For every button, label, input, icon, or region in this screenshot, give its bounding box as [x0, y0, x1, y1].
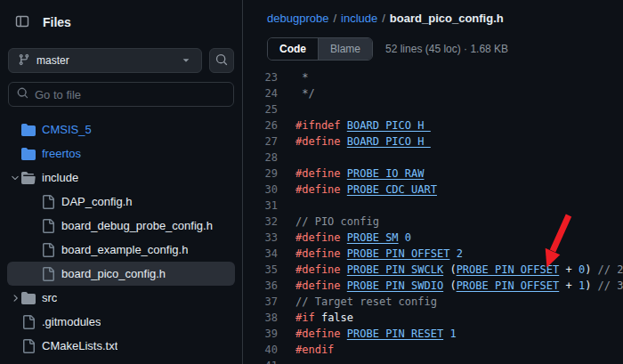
- code-line: 35#define PROBE_PIN_SWCLK (PROBE_PIN_OFF…: [244, 262, 623, 278]
- line-number[interactable]: 25: [244, 101, 278, 117]
- line-number[interactable]: 31: [244, 198, 278, 214]
- branch-selector[interactable]: master: [8, 48, 202, 73]
- tab-blame[interactable]: Blame: [318, 38, 372, 60]
- line-content: #define BOARD_PICO_H_: [278, 133, 431, 150]
- goto-file-wrap: [0, 77, 242, 112]
- tree-item-label: .gitmodules: [42, 315, 101, 328]
- tree-item-src[interactable]: src: [7, 286, 235, 310]
- code-line: 27#define BOARD_PICO_H_: [244, 133, 623, 150]
- code-line: 39#define PROBE_PIN_RESET 1: [244, 326, 623, 342]
- chevron-right-icon[interactable]: [9, 293, 21, 303]
- code-listing: 23 *24 */2526#ifndef BOARD_PICO_H_27#def…: [244, 66, 623, 364]
- tree-item-label: CMakeLists.txt: [42, 339, 117, 352]
- search-icon: [215, 53, 228, 69]
- folder-open-icon: [21, 171, 36, 185]
- line-number[interactable]: 28: [244, 150, 278, 166]
- chevron-down-icon[interactable]: [9, 173, 21, 183]
- line-number[interactable]: 39: [244, 326, 278, 342]
- chevron-down-icon: [180, 53, 192, 69]
- goto-file-input[interactable]: [35, 88, 225, 101]
- file-icon: [21, 339, 36, 353]
- search-tree-button[interactable]: [209, 48, 234, 73]
- line-content: *: [278, 69, 308, 85]
- tree-item-label: include: [42, 171, 78, 184]
- line-number[interactable]: 35: [244, 262, 278, 278]
- line-number[interactable]: 41: [244, 358, 278, 364]
- breadcrumb-item-board_pico_config.h: board_pico_config.h: [390, 12, 504, 25]
- git-branch-icon: [18, 53, 30, 69]
- tree-item-.gitmodules[interactable]: .gitmodules: [7, 310, 235, 334]
- code-header: CodeBlame 52 lines (45 loc) · 1.68 KB: [244, 30, 623, 66]
- tree-item-label: board_pico_config.h: [61, 267, 166, 280]
- line-number[interactable]: 23: [244, 69, 278, 85]
- file-meta: 52 lines (45 loc) · 1.68 KB: [385, 43, 508, 55]
- line-content: */: [278, 85, 315, 101]
- breadcrumb-item-debugprobe[interactable]: debugprobe: [267, 12, 328, 25]
- tree-item-label: board_example_config.h: [61, 243, 188, 256]
- code-line: 33#define PROBE_SM 0: [244, 230, 623, 246]
- code-line: 30#define PROBE_CDC_UART: [244, 182, 623, 198]
- line-number[interactable]: 30: [244, 182, 278, 198]
- code-line: 36#define PROBE_PIN_SWDIO (PROBE_PIN_OFF…: [244, 278, 623, 294]
- line-number[interactable]: 24: [244, 85, 278, 101]
- line-content: #if false: [278, 310, 353, 326]
- files-title: Files: [43, 15, 71, 29]
- file-icon: [21, 315, 36, 329]
- tree-item-freertos[interactable]: freertos: [7, 142, 235, 166]
- code-line: 24 */: [244, 85, 623, 101]
- line-content: [278, 101, 295, 117]
- line-number[interactable]: 34: [244, 246, 278, 262]
- code-line: 29#define PROBE_IO_RAW: [244, 166, 623, 182]
- line-content: #endif: [278, 342, 334, 358]
- line-number[interactable]: 36: [244, 278, 278, 294]
- line-number[interactable]: 26: [244, 117, 278, 133]
- code-panel: debugprobe/include/board_pico_config.h C…: [244, 0, 623, 364]
- line-number[interactable]: 38: [244, 310, 278, 326]
- code-line: 31: [244, 198, 623, 214]
- tree-item-label: CMSIS_5: [42, 123, 92, 136]
- line-number[interactable]: 40: [244, 342, 278, 358]
- line-number[interactable]: 37: [244, 294, 278, 310]
- line-content: [278, 358, 295, 364]
- line-number[interactable]: 33: [244, 230, 278, 246]
- sidebar-header: Files: [0, 0, 242, 41]
- tree-item-board_debug_probe_config.h[interactable]: board_debug_probe_config.h: [7, 214, 235, 238]
- tree-item-DAP_config.h[interactable]: DAP_config.h: [7, 190, 235, 214]
- tree-item-include[interactable]: include: [7, 166, 235, 190]
- search-icon: [17, 86, 28, 102]
- folder-icon: [21, 291, 36, 305]
- file-icon: [41, 195, 55, 209]
- code-blame-switch: CodeBlame: [267, 37, 373, 61]
- tree-item-board_example_config.h[interactable]: board_example_config.h: [7, 238, 235, 262]
- tree-item-CMSIS_5[interactable]: CMSIS_5: [7, 117, 235, 142]
- line-content: // Target reset config: [278, 294, 437, 310]
- code-line: 25: [244, 101, 623, 117]
- line-content: #define PROBE_IO_RAW: [278, 166, 425, 182]
- line-content: [278, 150, 295, 166]
- branch-row: master: [0, 41, 242, 77]
- tree-item-label: board_debug_probe_config.h: [61, 219, 213, 232]
- branch-name: master: [36, 54, 69, 67]
- file-icon: [41, 219, 55, 233]
- line-content: // PIO config: [278, 214, 379, 230]
- code-line: 38#if false: [244, 310, 623, 326]
- line-number[interactable]: 32: [244, 214, 278, 230]
- tree-item-CMakeLists.txt[interactable]: CMakeLists.txt: [7, 334, 235, 358]
- tree-item-label: DAP_config.h: [61, 195, 133, 208]
- line-content: #define PROBE_CDC_UART: [278, 182, 437, 198]
- code-line: 40#endif: [244, 342, 623, 358]
- breadcrumb-separator: /: [333, 12, 336, 25]
- tree-item-label: src: [42, 291, 57, 304]
- line-number[interactable]: 27: [244, 133, 278, 150]
- line-content: #define PROBE_PIN_OFFSET 2: [278, 246, 463, 262]
- line-content: #define PROBE_PIN_SWCLK (PROBE_PIN_OFFSE…: [278, 262, 623, 278]
- tree-item-board_pico_config.h[interactable]: board_pico_config.h: [7, 262, 235, 286]
- breadcrumb-item-include[interactable]: include: [341, 12, 377, 25]
- line-content: #define PROBE_SM 0: [278, 230, 411, 246]
- collapse-sidebar-button[interactable]: [11, 11, 34, 34]
- tab-code[interactable]: Code: [268, 38, 318, 60]
- file-icon: [41, 243, 55, 257]
- line-number[interactable]: 29: [244, 166, 278, 182]
- file-icon: [41, 267, 55, 281]
- tree-item-label: freertos: [42, 147, 81, 160]
